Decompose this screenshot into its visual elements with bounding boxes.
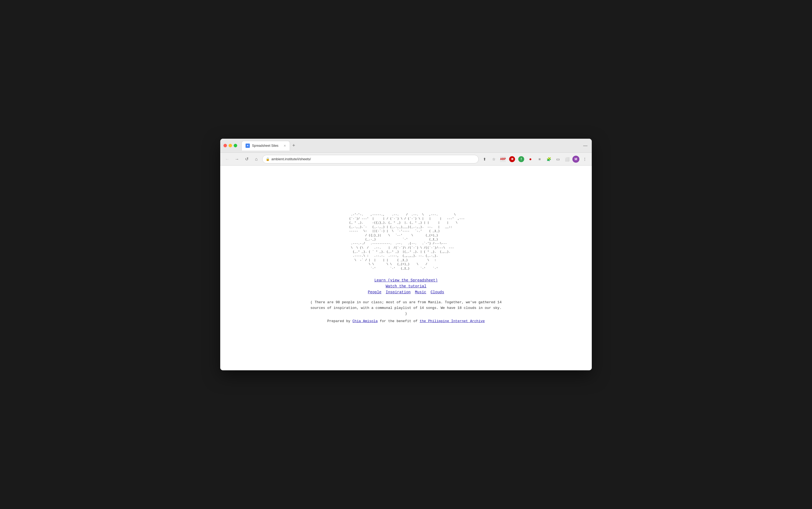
chia-amisola-link[interactable]: Chia Amisola xyxy=(352,319,378,323)
share-icon[interactable]: ⬆ xyxy=(481,156,488,163)
title-bar: ✦ Spreadsheet Sites × + — xyxy=(220,139,592,153)
tab-close-icon[interactable]: × xyxy=(284,144,286,147)
adblock-circle-icon: ⊗ xyxy=(509,156,515,162)
prepared-prefix: Prepared by xyxy=(327,319,352,323)
menu-icon[interactable]: ⋮ xyxy=(581,156,589,163)
feedly-icon[interactable]: f xyxy=(518,156,525,163)
lock-icon: 🔒 xyxy=(266,157,270,161)
clouds-link[interactable]: Clouds xyxy=(430,290,444,294)
people-link[interactable]: People xyxy=(368,290,381,294)
bookmark-icon[interactable]: ☆ xyxy=(490,156,498,163)
toolbar-icons: ⬆ ☆ ABP ⊗ f ● ≡ 🧩 ▭ ⬜ M ⋮ xyxy=(481,156,589,163)
browser-window: ✦ Spreadsheet Sites × + — ← → ↺ ⌂ 🔒 ⬆ ☆ … xyxy=(220,139,592,370)
prepared-middle: for the benefit of xyxy=(378,319,420,323)
profile-avatar[interactable]: M xyxy=(572,156,579,163)
nav-links: People Inspiration Music Clouds xyxy=(368,290,444,294)
ascii-art-display: .-'·'-. ,-----., .--. / .--. \ ,---. \ (… xyxy=(347,213,465,271)
home-button[interactable]: ⌂ xyxy=(252,156,260,163)
close-button[interactable] xyxy=(223,144,227,147)
learn-link[interactable]: Learn (view the Spreadsheet) xyxy=(374,278,437,282)
window-minimize-icon[interactable]: — xyxy=(582,142,589,149)
reload-button[interactable]: ↺ xyxy=(243,156,250,163)
abp-extension-icon[interactable]: ABP xyxy=(499,156,507,163)
extensions-icon[interactable]: 🧩 xyxy=(545,156,553,163)
adblock-icon[interactable]: ⊗ xyxy=(508,156,516,163)
address-bar[interactable] xyxy=(271,157,475,161)
music-link[interactable]: Music xyxy=(415,290,426,294)
traffic-lights xyxy=(223,144,237,147)
abp-icon: ABP xyxy=(500,156,506,162)
links-section: Learn (view the Spreadsheet) Watch the t… xyxy=(368,278,444,294)
philippine-internet-archive-link[interactable]: the Philippine Internet Archive xyxy=(420,319,485,323)
reading-list-icon[interactable]: ≡ xyxy=(536,156,543,163)
toolbar: ← → ↺ ⌂ 🔒 ⬆ ☆ ABP ⊗ f ● ≡ 🧩 ▭ ⬜ M ⋮ xyxy=(220,153,592,166)
address-bar-container[interactable]: 🔒 xyxy=(262,155,479,164)
tab-bar: ✦ Spreadsheet Sites × + xyxy=(242,141,580,150)
tutorial-link[interactable]: Watch the tutorial xyxy=(386,284,426,289)
sidebar-icon[interactable]: ⬜ xyxy=(563,156,571,163)
lastpass-icon[interactable]: ● xyxy=(527,156,534,163)
back-button[interactable]: ← xyxy=(223,156,231,163)
window-controls: — xyxy=(582,142,589,149)
page-content: .-'·'-. ,-----., .--. / .--. \ ,---. \ (… xyxy=(220,166,592,370)
inspiration-link[interactable]: Inspiration xyxy=(386,290,411,294)
description-text: ( There are 98 people in our class; most… xyxy=(309,300,503,316)
cast-icon[interactable]: ▭ xyxy=(554,156,562,163)
tab-favicon: ✦ xyxy=(246,143,250,148)
feedly-circle-icon: f xyxy=(518,156,524,162)
minimize-button[interactable] xyxy=(228,144,232,147)
new-tab-button[interactable]: + xyxy=(290,142,297,149)
active-tab[interactable]: ✦ Spreadsheet Sites × xyxy=(242,141,290,150)
tab-title: Spreadsheet Sites xyxy=(252,144,282,147)
prepared-by: Prepared by Chia Amisola for the benefit… xyxy=(327,319,485,323)
forward-button[interactable]: → xyxy=(233,156,241,163)
maximize-button[interactable] xyxy=(234,144,237,147)
